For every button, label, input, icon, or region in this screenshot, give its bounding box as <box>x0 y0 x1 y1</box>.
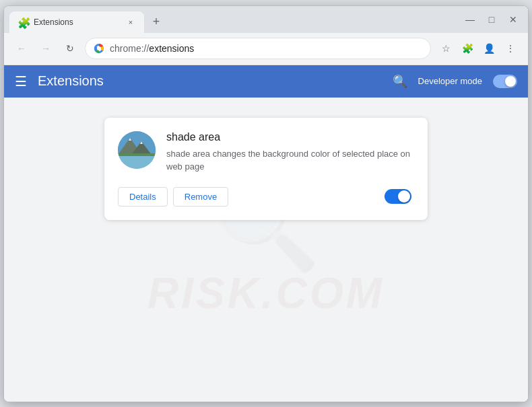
address-scheme: chrome:// <box>110 43 149 54</box>
browser-window: 🧩 Extensions × + — □ ✕ ← → ↻ <box>3 5 529 402</box>
window-controls: — □ ✕ <box>463 13 520 26</box>
header-search-icon[interactable]: 🔍 <box>393 74 407 89</box>
remove-button[interactable]: Remove <box>173 187 228 207</box>
title-bar: 🧩 Extensions × + — □ ✕ <box>4 6 528 33</box>
bookmark-button[interactable]: ☆ <box>436 39 455 58</box>
hamburger-icon[interactable]: ☰ <box>15 73 27 89</box>
svg-rect-10 <box>118 153 156 156</box>
extension-card-bottom: Details Remove <box>118 187 411 207</box>
reload-button[interactable]: ↻ <box>61 39 79 58</box>
tab-close-button[interactable]: × <box>125 17 136 28</box>
menu-button[interactable]: ⋮ <box>501 39 520 58</box>
main-content: 🔍 RISK.COM <box>4 98 528 402</box>
extension-info: shade area shade area changes the backgr… <box>166 131 411 174</box>
svg-rect-5 <box>118 155 156 169</box>
developer-mode-toggle[interactable] <box>493 75 517 88</box>
extension-card: shade area shade area changes the backgr… <box>104 118 428 220</box>
back-button[interactable]: ← <box>12 39 31 58</box>
maximize-button[interactable]: □ <box>485 13 498 26</box>
address-text: chrome://extensions <box>110 43 194 54</box>
forward-button[interactable]: → <box>36 39 55 58</box>
extension-icon <box>118 131 156 169</box>
extensions-button[interactable]: 🧩 <box>458 39 477 58</box>
toggle-knob <box>505 76 516 87</box>
close-window-button[interactable]: ✕ <box>506 13 520 26</box>
new-tab-button[interactable]: + <box>147 13 166 32</box>
site-icon <box>94 43 104 54</box>
nav-icons: ☆ 🧩 👤 ⋮ <box>436 39 520 58</box>
profile-button[interactable]: 👤 <box>479 39 498 58</box>
extension-description: shade area changes the background color … <box>166 147 411 174</box>
tab-title: Extensions <box>34 17 120 27</box>
watermark-text: RISK.COM <box>147 268 385 318</box>
extension-toggle-area <box>385 189 411 204</box>
address-bar[interactable]: chrome://extensions <box>85 38 431 59</box>
dev-mode-label: Developer mode <box>418 76 482 86</box>
minimize-button[interactable]: — <box>463 13 477 26</box>
extension-card-top: shade area shade area changes the backgr… <box>118 131 411 174</box>
extension-icon-image <box>118 131 156 169</box>
browser-tab[interactable]: 🧩 Extensions × <box>9 11 144 33</box>
details-button[interactable]: Details <box>118 187 168 207</box>
extensions-title: Extensions <box>38 73 382 89</box>
extension-name: shade area <box>166 131 411 143</box>
address-path: extensions <box>149 43 194 54</box>
svg-point-2 <box>97 46 101 50</box>
extension-enabled-toggle[interactable] <box>385 189 411 204</box>
extension-toggle-knob <box>398 190 410 202</box>
tab-favicon-icon: 🧩 <box>18 17 28 28</box>
extensions-header: ☰ Extensions 🔍 Developer mode <box>4 65 528 98</box>
navigation-bar: ← → ↻ chrome://extensions ☆ 🧩 👤 ⋮ <box>4 33 528 65</box>
